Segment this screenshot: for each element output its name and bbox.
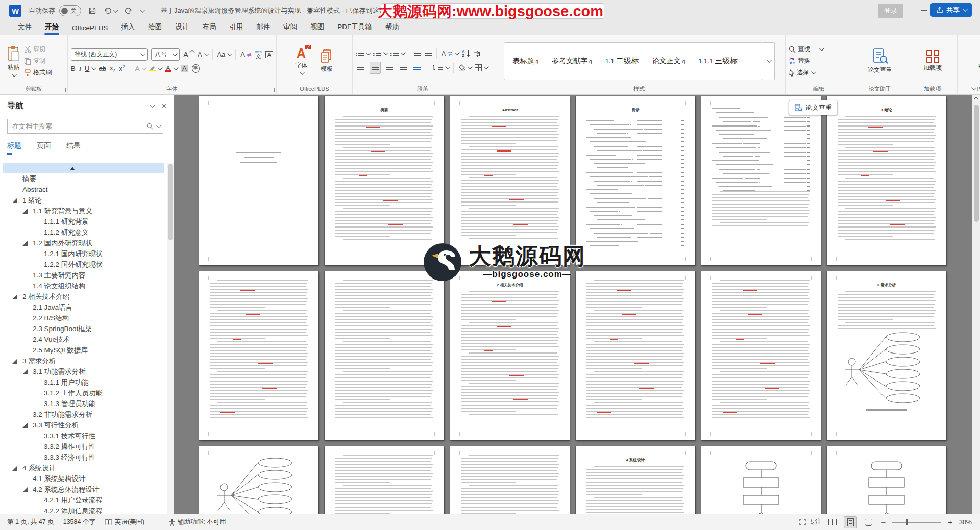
page-thumbnail[interactable] bbox=[199, 96, 318, 265]
nav-search-icon[interactable] bbox=[146, 123, 153, 130]
canvas-scrollbar[interactable] bbox=[972, 94, 980, 514]
underline-button[interactable]: U bbox=[85, 65, 95, 72]
distribute-button[interactable] bbox=[412, 62, 422, 73]
show-marks-button[interactable] bbox=[474, 51, 480, 57]
page-thumbnail[interactable] bbox=[576, 271, 695, 440]
multilevel-list-button[interactable] bbox=[390, 51, 404, 56]
font-color-dropdown-icon[interactable] bbox=[174, 65, 179, 70]
pdf-convert-button[interactable]: PDF PDF转换 bbox=[975, 45, 980, 77]
nav-item[interactable]: 2 相关技术介绍 bbox=[0, 291, 166, 302]
nav-item[interactable]: 4.2 系统总体流程设计 bbox=[0, 484, 166, 495]
page-thumbnail[interactable] bbox=[701, 96, 821, 265]
scroll-up-icon[interactable] bbox=[974, 97, 979, 102]
increase-indent-button[interactable] bbox=[425, 51, 432, 56]
undo-button[interactable] bbox=[104, 7, 117, 15]
accessibility-status[interactable]: 辅助功能: 不可用 bbox=[169, 518, 226, 526]
nav-item[interactable]: 4.2.1 用户登录流程 bbox=[0, 495, 166, 506]
bullets-button[interactable] bbox=[356, 51, 370, 56]
nav-item[interactable]: 1.2 国内外研究现状 bbox=[0, 238, 166, 248]
bullets-dropdown-icon[interactable] bbox=[366, 50, 371, 55]
officeplus-template-button[interactable]: 模板 bbox=[316, 48, 337, 74]
nav-item[interactable]: 3.1.1 用户功能 bbox=[0, 377, 166, 388]
font-name-dropdown-icon[interactable] bbox=[140, 51, 145, 56]
expander-icon[interactable] bbox=[22, 423, 28, 428]
text-effects-button[interactable]: A bbox=[135, 64, 145, 73]
font-color-button[interactable]: A bbox=[165, 65, 177, 72]
tab-帮助[interactable]: 帮助 bbox=[379, 20, 406, 35]
nav-item[interactable]: 2.3 SpringBoot框架 bbox=[0, 323, 166, 334]
redo-button[interactable] bbox=[124, 7, 133, 15]
grow-font-button[interactable]: A bbox=[183, 50, 194, 59]
align-right-button[interactable] bbox=[384, 62, 395, 73]
sort-button[interactable]: AZ bbox=[462, 49, 470, 57]
find-dropdown-icon[interactable] bbox=[819, 46, 824, 51]
nav-item[interactable]: 1.3 主要研究内容 bbox=[0, 270, 166, 281]
nav-item[interactable]: 2.1 Java语言 bbox=[0, 302, 166, 313]
page-thumbnail[interactable]: 摘要 bbox=[325, 96, 444, 265]
page-number-status[interactable]: 第 1 页, 共 47 页 bbox=[7, 518, 54, 526]
word-count-status[interactable]: 13584 个字 bbox=[63, 518, 95, 526]
style-item[interactable]: 1.1.1三级标 bbox=[692, 56, 744, 66]
read-mode-button[interactable] bbox=[826, 517, 839, 528]
nav-item[interactable]: 2.5 MySQL数据库 bbox=[0, 345, 166, 356]
expander-icon[interactable] bbox=[12, 198, 17, 203]
login-button[interactable]: 登录 bbox=[878, 4, 903, 18]
shading-button[interactable] bbox=[458, 64, 471, 71]
nav-item[interactable]: 3 需求分析 bbox=[0, 356, 166, 366]
expander-icon[interactable] bbox=[12, 466, 17, 471]
shading-dropdown-icon[interactable] bbox=[468, 64, 473, 69]
justify-button[interactable] bbox=[398, 62, 408, 73]
expander-icon[interactable] bbox=[22, 487, 28, 492]
tab-PDF工具箱[interactable]: PDF工具箱 bbox=[331, 20, 379, 35]
focus-mode-button[interactable]: 专注 bbox=[799, 518, 821, 526]
font-size-dropdown-icon[interactable] bbox=[173, 51, 178, 56]
nav-item[interactable]: 3.1.3 管理员功能 bbox=[0, 398, 166, 409]
nav-item[interactable]: 4.2.2 添加信息流程 bbox=[0, 506, 166, 514]
web-layout-button[interactable] bbox=[862, 517, 874, 528]
select-dropdown-icon[interactable] bbox=[811, 69, 816, 74]
nav-scrollbar-thumb[interactable] bbox=[168, 164, 173, 240]
highlight-dropdown-icon[interactable] bbox=[158, 65, 163, 70]
borders-button[interactable] bbox=[475, 64, 487, 71]
page-thumbnail[interactable] bbox=[199, 446, 318, 514]
document-canvas[interactable]: 论文查重 大鹅源码网 —bigsgoose.com— 摘要Abstract目录1… bbox=[174, 94, 980, 514]
styles-dialog-launcher[interactable] bbox=[779, 88, 783, 92]
nav-item[interactable]: 3.3.1 技术可行性 bbox=[0, 431, 166, 441]
style-item[interactable]: 参考文献字q bbox=[545, 57, 599, 66]
character-shading-button[interactable]: A bbox=[181, 65, 188, 72]
format-painter-button[interactable]: 格式刷 bbox=[24, 68, 52, 77]
superscript-button[interactable]: x2 bbox=[119, 64, 125, 72]
underline-dropdown-icon[interactable] bbox=[91, 65, 96, 70]
tab-布局[interactable]: 布局 bbox=[195, 20, 223, 35]
page-thumbnail[interactable] bbox=[450, 446, 570, 514]
style-item[interactable]: 论文正文q bbox=[646, 57, 692, 66]
style-item[interactable]: 1.1二级标 bbox=[599, 56, 646, 66]
page-thumbnail[interactable]: Abstract bbox=[450, 96, 570, 265]
strikethrough-button[interactable]: ab bbox=[99, 65, 106, 72]
expander-icon[interactable] bbox=[22, 369, 28, 374]
expander-icon[interactable] bbox=[12, 359, 17, 364]
page-thumbnail[interactable] bbox=[827, 446, 946, 514]
word-logo-icon[interactable]: W bbox=[9, 5, 21, 17]
nav-item[interactable]: 4 系统设计 bbox=[0, 463, 166, 473]
decrease-indent-button[interactable] bbox=[414, 51, 421, 56]
nav-tab-标题[interactable]: 标题 bbox=[7, 141, 21, 150]
nav-close-icon[interactable]: × bbox=[162, 102, 166, 111]
nav-item[interactable]: 2.2 B/S结构 bbox=[0, 313, 166, 323]
page-thumbnail[interactable] bbox=[701, 271, 821, 440]
tab-引用[interactable]: 引用 bbox=[223, 20, 250, 35]
nav-item[interactable]: 3.3.2 操作可行性 bbox=[0, 441, 166, 452]
nav-item[interactable]: 3.2 非功能需求分析 bbox=[0, 409, 166, 420]
nav-item[interactable]: 1 绪论 bbox=[0, 195, 166, 206]
shrink-font-button[interactable]: A bbox=[198, 51, 208, 58]
replace-button[interactable]: bc 替换 bbox=[789, 57, 823, 65]
nav-item[interactable]: 3.3 可行性分析 bbox=[0, 420, 166, 431]
styles-gallery-more-button[interactable] bbox=[763, 42, 775, 80]
borders-dropdown-icon[interactable] bbox=[484, 64, 489, 69]
nav-item[interactable] bbox=[3, 163, 164, 173]
change-case-button[interactable]: Aa bbox=[217, 51, 231, 58]
page-thumbnail[interactable]: 1 绪论 bbox=[827, 96, 946, 265]
share-button[interactable]: 共享 bbox=[930, 3, 972, 17]
tab-文件[interactable]: 文件 bbox=[11, 20, 38, 35]
paste-button[interactable]: 粘贴 bbox=[3, 44, 24, 78]
